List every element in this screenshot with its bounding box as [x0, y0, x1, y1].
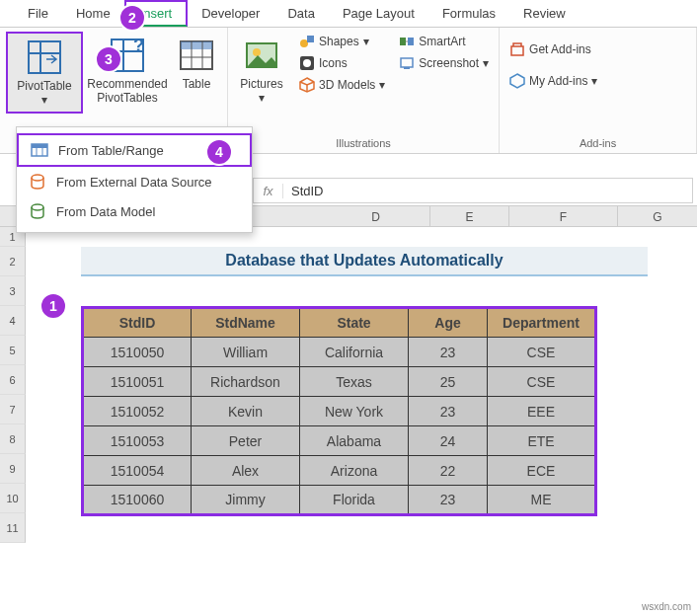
table-row: 1510060JimmyFlorida23ME: [83, 486, 596, 515]
table-title[interactable]: Database that Updates Automatically: [81, 247, 648, 276]
callout-badge-3: 3: [95, 45, 122, 73]
svg-rect-0: [29, 41, 60, 73]
pictures-label: Pictures: [240, 77, 282, 91]
spreadsheet-grid: 1 2 3 4 5 6 7 8 9 10 11 Database that Up…: [0, 227, 697, 616]
row-header[interactable]: 7: [0, 395, 26, 424]
shapes-button[interactable]: Shapes▾: [295, 32, 389, 51]
row-headers: 1 2 3 4 5 6 7 8 9 10 11: [0, 227, 26, 543]
table-row: 1510054AlexArizona22ECE: [83, 456, 596, 486]
3d-models-button[interactable]: 3D Models▾: [295, 75, 389, 95]
ribbon-group-label-addins: Add-ins: [505, 137, 690, 151]
col-header[interactable]: G: [618, 206, 697, 226]
ribbon-group-illustrations: Pictures ▾ Shapes▾ Icons 3D Models▾: [228, 28, 500, 153]
col-header[interactable]: E: [430, 206, 509, 226]
table-icon: [177, 36, 216, 75]
external-data-icon: [29, 173, 46, 191]
row-header[interactable]: 10: [0, 484, 26, 513]
row-header[interactable]: 8: [0, 424, 26, 454]
table-header-row: StdID StdName State Age Department: [83, 308, 596, 338]
header-cell[interactable]: State: [300, 308, 409, 338]
recommended-pivottables-label: Recommended PivotTables: [87, 77, 167, 106]
svg-rect-15: [307, 36, 314, 42]
svg-rect-25: [32, 144, 47, 148]
svg-rect-8: [181, 41, 212, 49]
smartart-button[interactable]: SmartArt: [395, 32, 493, 51]
tab-formulas[interactable]: Formulas: [428, 2, 509, 25]
row-header[interactable]: 4: [0, 306, 26, 336]
row-header[interactable]: 9: [0, 454, 26, 484]
col-header[interactable]: D: [322, 206, 430, 226]
cube-icon: [299, 77, 315, 93]
shapes-icon: [299, 34, 315, 49]
svg-point-29: [32, 204, 43, 210]
tab-data[interactable]: Data: [273, 2, 328, 25]
table-small-icon: [31, 141, 48, 159]
header-cell[interactable]: StdName: [192, 308, 300, 338]
icons-button[interactable]: Icons: [295, 53, 389, 73]
data-model-icon: [29, 202, 46, 220]
row-header[interactable]: 2: [0, 247, 26, 276]
ribbon-group-label-illustrations: Illustrations: [234, 137, 493, 151]
my-addins-button[interactable]: My Add-ins▾: [505, 71, 601, 91]
row-header[interactable]: 6: [0, 365, 26, 395]
table-label: Table: [183, 77, 211, 91]
menu-from-data-model[interactable]: From Data Model: [17, 196, 252, 226]
icons-icon: [299, 55, 315, 71]
callout-badge-2: 2: [118, 4, 146, 32]
row-header[interactable]: 11: [0, 513, 26, 543]
col-header[interactable]: F: [509, 206, 618, 226]
svg-marker-23: [510, 74, 524, 88]
menu-from-external[interactable]: From External Data Source: [17, 167, 252, 196]
chevron-down-icon: ▾: [41, 93, 47, 107]
svg-point-17: [303, 59, 311, 67]
sheet-content: Database that Updates Automatically StdI…: [26, 227, 697, 516]
table-row: 1510051RichardsonTexas25CSE: [83, 367, 596, 397]
tab-review[interactable]: Review: [509, 2, 580, 25]
svg-rect-19: [408, 38, 414, 45]
tab-file[interactable]: File: [14, 2, 62, 25]
table-row: 1510052KevinNew York23EEE: [83, 397, 596, 426]
callout-badge-4: 4: [205, 138, 233, 166]
store-icon: [509, 41, 525, 57]
addin-icon: [509, 73, 525, 89]
watermark: wsxdn.com: [642, 601, 691, 612]
fx-icon[interactable]: fx: [254, 184, 283, 198]
pivottable-icon: [25, 38, 64, 77]
tab-page-layout[interactable]: Page Layout: [329, 2, 428, 25]
row-header[interactable]: 5: [0, 336, 26, 365]
svg-point-28: [32, 175, 43, 181]
formula-value[interactable]: StdID: [283, 184, 324, 198]
svg-rect-22: [511, 46, 523, 55]
svg-point-13: [253, 48, 261, 56]
header-cell[interactable]: Age: [409, 308, 488, 338]
svg-text:?: ?: [133, 38, 144, 55]
header-cell[interactable]: Department: [488, 308, 596, 338]
table-row: 1510050WilliamCalifornia23CSE: [83, 338, 596, 367]
table-button[interactable]: Table: [172, 32, 221, 95]
screenshot-button[interactable]: Screenshot▾: [395, 53, 493, 73]
table-row: 1510053PeterAlabama24ETE: [83, 426, 596, 456]
screenshot-icon: [399, 55, 415, 71]
pivottable-button[interactable]: PivotTable ▾: [6, 32, 83, 114]
svg-rect-18: [400, 38, 406, 45]
ribbon-group-addins: Get Add-ins My Add-ins▾ Add-ins: [500, 28, 697, 153]
chevron-down-icon: ▾: [259, 91, 265, 105]
row-header[interactable]: 3: [0, 276, 26, 306]
smartart-icon: [399, 34, 415, 49]
tab-developer[interactable]: Developer: [188, 2, 273, 25]
data-table[interactable]: StdID StdName State Age Department 15100…: [81, 306, 597, 516]
header-cell[interactable]: StdID: [83, 308, 192, 338]
pictures-button[interactable]: Pictures ▾: [234, 32, 289, 110]
svg-rect-21: [404, 67, 410, 69]
get-addins-button[interactable]: Get Add-ins: [505, 39, 601, 59]
svg-rect-20: [401, 58, 413, 67]
tab-home[interactable]: Home: [62, 2, 124, 25]
svg-point-14: [300, 39, 308, 47]
pictures-icon: [242, 36, 281, 75]
formula-bar[interactable]: fx StdID: [253, 178, 693, 203]
callout-badge-1: 1: [39, 292, 67, 320]
pivottable-label: PivotTable: [17, 79, 71, 93]
ribbon-tabs: File Home Insert Developer Data Page Lay…: [0, 0, 697, 28]
